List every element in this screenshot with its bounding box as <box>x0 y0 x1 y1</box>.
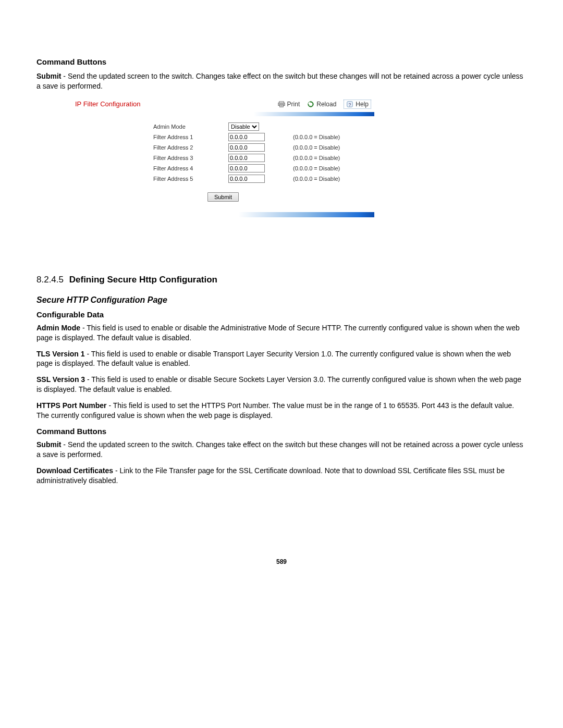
submit-description-bottom: Submit - Send the updated screen to the … <box>36 440 527 460</box>
ip-filter-config-panel: IP Filter Configuration Print Reload <box>72 97 374 217</box>
admin-mode-desc: Admin Mode - This field is used to enabl… <box>36 323 527 343</box>
filter-address-label: Filter Address 3 <box>72 155 228 161</box>
reload-link[interactable]: Reload <box>307 101 336 108</box>
tls-v1-desc: TLS Version 1 - This field is used to en… <box>36 349 527 369</box>
filter-address-1-input[interactable] <box>228 133 265 141</box>
filter-address-row: Filter Address 3 (0.0.0.0 = Disable) <box>72 153 374 163</box>
help-link[interactable]: ? Help <box>344 100 371 109</box>
field-name: SSL Version 3 <box>36 375 85 384</box>
reload-label: Reload <box>316 101 336 108</box>
filter-address-row: Filter Address 4 (0.0.0.0 = Disable) <box>72 163 374 174</box>
field-desc: - This field is used to set the HTTPS Po… <box>36 401 514 419</box>
filter-address-hint: (0.0.0.0 = Disable) <box>280 134 340 140</box>
submit-button[interactable]: Submit <box>207 192 239 202</box>
download-certificates-description: Download Certificates - Link to the File… <box>36 466 527 486</box>
form-area: Admin Mode Disable Filter Address 1 (0.0… <box>72 121 374 204</box>
page-number: 589 <box>36 558 527 565</box>
field-desc: - This field is used to enable or disabl… <box>36 375 521 393</box>
filter-address-label: Filter Address 2 <box>72 144 228 151</box>
panel-header: IP Filter Configuration Print Reload <box>72 97 374 112</box>
filter-address-hint: (0.0.0.0 = Disable) <box>280 165 340 171</box>
submit-description-top: Submit - Send the updated screen to the … <box>36 71 527 91</box>
filter-address-hint: (0.0.0.0 = Disable) <box>280 144 340 151</box>
footer-divider <box>72 212 374 217</box>
download-certificates-label: Download Certificates <box>36 466 113 475</box>
section-number: 8.2.4.5 <box>36 275 64 285</box>
submit-label-top: Submit <box>36 72 61 80</box>
field-desc: - This field is used to enable or disabl… <box>36 350 511 368</box>
submit-label-bottom: Submit <box>36 440 61 449</box>
admin-mode-row: Admin Mode Disable <box>72 121 374 132</box>
reload-icon <box>307 101 314 108</box>
panel-action-links: Print Reload ? Help <box>278 100 371 109</box>
field-name: TLS Version 1 <box>36 350 85 358</box>
filter-address-label: Filter Address 1 <box>72 134 228 140</box>
field-name: HTTPS Port Number <box>36 401 107 410</box>
admin-mode-label: Admin Mode <box>72 124 228 130</box>
field-desc: - This field is used to enable or disabl… <box>36 324 520 342</box>
filter-address-5-input[interactable] <box>228 175 265 183</box>
help-icon: ? <box>346 101 353 108</box>
filter-address-2-input[interactable] <box>228 143 265 152</box>
header-divider <box>72 112 374 116</box>
section-title: Defining Secure Http Configuration <box>69 275 217 285</box>
field-name: Admin Mode <box>36 324 80 332</box>
filter-address-4-input[interactable] <box>228 164 265 172</box>
filter-address-label: Filter Address 4 <box>72 165 228 171</box>
panel-title: IP Filter Configuration <box>75 100 278 108</box>
printer-icon <box>278 101 285 108</box>
filter-address-3-input[interactable] <box>228 154 265 162</box>
page-subtitle: Secure HTTP Configuration Page <box>36 295 527 305</box>
configurable-data-heading: Configurable Data <box>36 310 527 319</box>
filter-address-row: Filter Address 5 (0.0.0.0 = Disable) <box>72 174 374 184</box>
submit-desc-text-top: - Send the updated screen to the switch.… <box>36 72 523 90</box>
filter-address-row: Filter Address 1 (0.0.0.0 = Disable) <box>72 132 374 142</box>
https-port-desc: HTTPS Port Number - This field is used t… <box>36 401 527 421</box>
section-heading: 8.2.4.5 Defining Secure Http Configurati… <box>36 275 527 285</box>
svg-text:?: ? <box>349 102 351 107</box>
submit-desc-text-bottom: - Send the updated screen to the switch.… <box>36 440 523 459</box>
command-buttons-heading-bottom: Command Buttons <box>36 427 527 436</box>
filter-address-hint: (0.0.0.0 = Disable) <box>280 176 340 182</box>
print-label: Print <box>287 101 300 108</box>
ssl-v3-desc: SSL Version 3 - This field is used to en… <box>36 375 527 394</box>
filter-address-label: Filter Address 5 <box>72 176 228 182</box>
command-buttons-heading-top: Command Buttons <box>36 57 527 66</box>
help-label: Help <box>356 101 369 108</box>
filter-address-row: Filter Address 2 (0.0.0.0 = Disable) <box>72 142 374 153</box>
admin-mode-select[interactable]: Disable <box>228 122 259 131</box>
print-link[interactable]: Print <box>278 101 300 108</box>
filter-address-hint: (0.0.0.0 = Disable) <box>280 155 340 161</box>
